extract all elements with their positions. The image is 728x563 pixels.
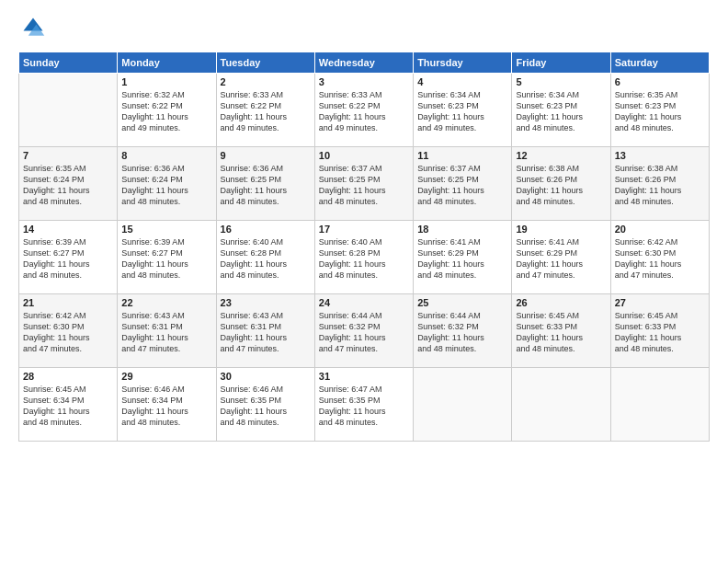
day-number: 14: [23, 224, 113, 235]
day-number: 28: [23, 371, 113, 382]
calendar-header-friday: Friday: [512, 52, 610, 74]
calendar-cell: 16Sunrise: 6:40 AMSunset: 6:28 PMDayligh…: [216, 221, 314, 294]
day-number: 4: [417, 76, 507, 87]
day-number: 10: [319, 150, 409, 161]
calendar-cell: 26Sunrise: 6:45 AMSunset: 6:33 PMDayligh…: [512, 294, 610, 368]
day-number: 11: [417, 150, 507, 161]
calendar-cell: 21Sunrise: 6:42 AMSunset: 6:30 PMDayligh…: [19, 294, 118, 368]
day-number: 5: [516, 76, 606, 87]
day-info: Sunrise: 6:46 AMSunset: 6:34 PMDaylight:…: [121, 384, 211, 429]
day-number: 19: [516, 224, 606, 235]
day-number: 12: [516, 150, 606, 161]
calendar-header-sunday: Sunday: [19, 52, 118, 74]
calendar-cell: 28Sunrise: 6:45 AMSunset: 6:34 PMDayligh…: [19, 368, 118, 442]
calendar-header-row: SundayMondayTuesdayWednesdayThursdayFrid…: [19, 52, 710, 74]
calendar-cell: 11Sunrise: 6:37 AMSunset: 6:25 PMDayligh…: [414, 147, 512, 221]
day-info: Sunrise: 6:43 AMSunset: 6:31 PMDaylight:…: [121, 310, 211, 355]
day-info: Sunrise: 6:45 AMSunset: 6:33 PMDaylight:…: [516, 310, 606, 355]
calendar-cell: 8Sunrise: 6:36 AMSunset: 6:24 PMDaylight…: [118, 147, 216, 221]
calendar-cell: 23Sunrise: 6:43 AMSunset: 6:31 PMDayligh…: [216, 294, 314, 368]
day-number: 31: [319, 371, 409, 382]
header: [18, 15, 710, 44]
day-number: 2: [221, 76, 311, 87]
day-info: Sunrise: 6:40 AMSunset: 6:28 PMDaylight:…: [319, 236, 409, 282]
day-info: Sunrise: 6:34 AMSunset: 6:23 PMDaylight:…: [417, 89, 507, 134]
day-info: Sunrise: 6:40 AMSunset: 6:28 PMDaylight:…: [221, 236, 311, 282]
calendar-cell: 12Sunrise: 6:38 AMSunset: 6:26 PMDayligh…: [512, 147, 610, 221]
day-number: 26: [516, 297, 606, 308]
day-number: 16: [221, 224, 311, 235]
day-info: Sunrise: 6:47 AMSunset: 6:35 PMDaylight:…: [319, 384, 409, 429]
day-info: Sunrise: 6:42 AMSunset: 6:30 PMDaylight:…: [615, 236, 705, 282]
day-info: Sunrise: 6:37 AMSunset: 6:25 PMDaylight:…: [319, 163, 409, 208]
calendar-cell: 13Sunrise: 6:38 AMSunset: 6:26 PMDayligh…: [610, 147, 709, 221]
day-number: 6: [615, 76, 705, 87]
week-row-2: 7Sunrise: 6:35 AMSunset: 6:24 PMDaylight…: [19, 147, 710, 221]
calendar-cell: 7Sunrise: 6:35 AMSunset: 6:24 PMDaylight…: [19, 147, 118, 221]
calendar-cell: [512, 368, 610, 442]
week-row-3: 14Sunrise: 6:39 AMSunset: 6:27 PMDayligh…: [19, 221, 710, 294]
page: SundayMondayTuesdayWednesdayThursdayFrid…: [0, 0, 728, 563]
calendar-cell: 25Sunrise: 6:44 AMSunset: 6:32 PMDayligh…: [414, 294, 512, 368]
day-number: 29: [121, 371, 211, 382]
day-number: 21: [23, 297, 113, 308]
day-info: Sunrise: 6:32 AMSunset: 6:22 PMDaylight:…: [121, 89, 211, 134]
day-info: Sunrise: 6:44 AMSunset: 6:32 PMDaylight:…: [417, 310, 507, 355]
day-number: 20: [615, 224, 705, 235]
day-info: Sunrise: 6:42 AMSunset: 6:30 PMDaylight:…: [23, 310, 113, 355]
day-number: 13: [615, 150, 705, 161]
day-number: 27: [615, 297, 705, 308]
calendar-header-thursday: Thursday: [414, 52, 512, 74]
calendar-header-wednesday: Wednesday: [314, 52, 413, 74]
day-info: Sunrise: 6:45 AMSunset: 6:34 PMDaylight:…: [23, 384, 113, 429]
calendar-cell: 15Sunrise: 6:39 AMSunset: 6:27 PMDayligh…: [118, 221, 216, 294]
day-number: 24: [319, 297, 409, 308]
calendar-cell: [414, 368, 512, 442]
calendar-cell: 19Sunrise: 6:41 AMSunset: 6:29 PMDayligh…: [512, 221, 610, 294]
calendar-cell: [19, 74, 118, 147]
day-number: 22: [121, 297, 211, 308]
calendar-cell: 31Sunrise: 6:47 AMSunset: 6:35 PMDayligh…: [314, 368, 413, 442]
day-number: 7: [23, 150, 113, 161]
day-info: Sunrise: 6:41 AMSunset: 6:29 PMDaylight:…: [516, 236, 606, 282]
day-info: Sunrise: 6:35 AMSunset: 6:24 PMDaylight:…: [23, 163, 113, 208]
day-info: Sunrise: 6:33 AMSunset: 6:22 PMDaylight:…: [221, 89, 311, 134]
calendar-cell: 6Sunrise: 6:35 AMSunset: 6:23 PMDaylight…: [610, 74, 709, 147]
calendar-cell: 24Sunrise: 6:44 AMSunset: 6:32 PMDayligh…: [314, 294, 413, 368]
calendar-cell: 30Sunrise: 6:46 AMSunset: 6:35 PMDayligh…: [216, 368, 314, 442]
day-info: Sunrise: 6:41 AMSunset: 6:29 PMDaylight:…: [417, 236, 507, 282]
calendar-cell: 5Sunrise: 6:34 AMSunset: 6:23 PMDaylight…: [512, 74, 610, 147]
calendar-cell: [610, 368, 709, 442]
calendar-cell: 29Sunrise: 6:46 AMSunset: 6:34 PMDayligh…: [118, 368, 216, 442]
week-row-4: 21Sunrise: 6:42 AMSunset: 6:30 PMDayligh…: [19, 294, 710, 368]
calendar-cell: 20Sunrise: 6:42 AMSunset: 6:30 PMDayligh…: [610, 221, 709, 294]
day-info: Sunrise: 6:46 AMSunset: 6:35 PMDaylight:…: [221, 384, 311, 429]
logo-icon: [20, 15, 46, 40]
calendar-cell: 4Sunrise: 6:34 AMSunset: 6:23 PMDaylight…: [414, 74, 512, 147]
day-info: Sunrise: 6:39 AMSunset: 6:27 PMDaylight:…: [23, 236, 113, 282]
calendar: SundayMondayTuesdayWednesdayThursdayFrid…: [18, 52, 710, 442]
day-info: Sunrise: 6:37 AMSunset: 6:25 PMDaylight:…: [417, 163, 507, 208]
day-number: 25: [417, 297, 507, 308]
calendar-header-saturday: Saturday: [610, 52, 709, 74]
day-number: 17: [319, 224, 409, 235]
day-info: Sunrise: 6:45 AMSunset: 6:33 PMDaylight:…: [615, 310, 705, 355]
calendar-cell: 27Sunrise: 6:45 AMSunset: 6:33 PMDayligh…: [610, 294, 709, 368]
week-row-1: 1Sunrise: 6:32 AMSunset: 6:22 PMDaylight…: [19, 74, 710, 147]
calendar-cell: 9Sunrise: 6:36 AMSunset: 6:25 PMDaylight…: [216, 147, 314, 221]
calendar-cell: 3Sunrise: 6:33 AMSunset: 6:22 PMDaylight…: [314, 74, 413, 147]
calendar-header-monday: Monday: [118, 52, 216, 74]
day-number: 3: [319, 76, 409, 87]
day-info: Sunrise: 6:44 AMSunset: 6:32 PMDaylight:…: [319, 310, 409, 355]
day-info: Sunrise: 6:43 AMSunset: 6:31 PMDaylight:…: [221, 310, 311, 355]
day-info: Sunrise: 6:33 AMSunset: 6:22 PMDaylight:…: [319, 89, 409, 134]
calendar-cell: 22Sunrise: 6:43 AMSunset: 6:31 PMDayligh…: [118, 294, 216, 368]
day-number: 8: [121, 150, 211, 161]
day-info: Sunrise: 6:36 AMSunset: 6:24 PMDaylight:…: [121, 163, 211, 208]
day-info: Sunrise: 6:39 AMSunset: 6:27 PMDaylight:…: [121, 236, 211, 282]
logo: [18, 15, 50, 44]
calendar-cell: 1Sunrise: 6:32 AMSunset: 6:22 PMDaylight…: [118, 74, 216, 147]
day-number: 23: [221, 297, 311, 308]
day-number: 18: [417, 224, 507, 235]
calendar-cell: 2Sunrise: 6:33 AMSunset: 6:22 PMDaylight…: [216, 74, 314, 147]
